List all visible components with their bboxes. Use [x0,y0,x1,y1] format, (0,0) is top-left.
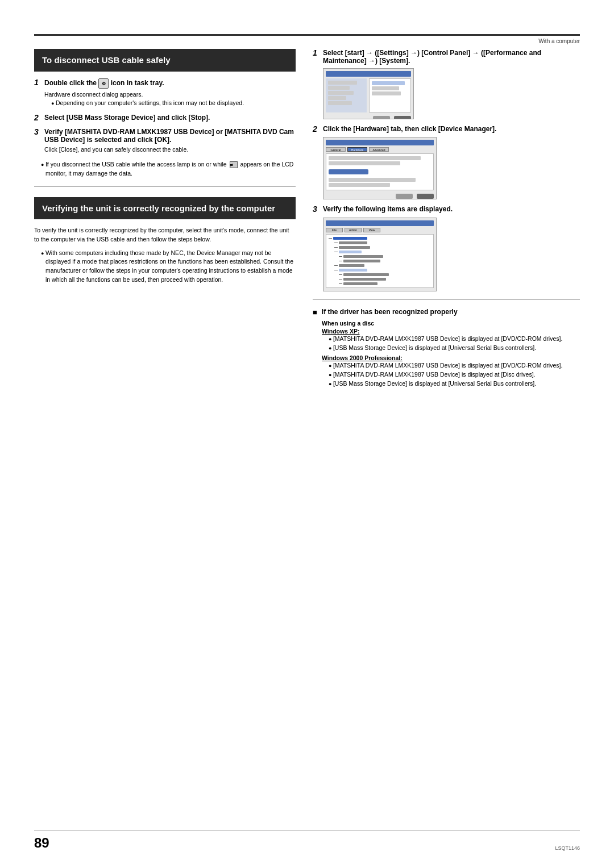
left-step-2: 2 Select [USB Mass Storage Device] and c… [34,114,296,122]
right-divider [313,299,580,300]
right-step-1: 1 Select [start] → ([Settings] →) [Contr… [313,49,580,119]
verify-intro-text: To verify the unit is correctly recogniz… [34,226,296,244]
left-step-1-body: Hardware disconnect dialog appears. Depe… [44,90,296,108]
screenshot-device-manager-tab: General Hardware Advanced [323,137,437,199]
left-step-2-title: 2 Select [USB Mass Storage Device] and c… [34,114,296,122]
right-step-1-title: 1 Select [start] → ([Settings] →) [Contr… [313,49,580,65]
screenshot-device-tree: File Action View [323,218,437,291]
xp-bullet-2: [USB Mass Storage Device] is displayed a… [329,344,580,353]
page-footer: 89 LSQT1146 [34,835,580,851]
left-step-3: 3 Verify [MATSHITA DVD-RAM LMXK1987 USB … [34,128,296,155]
section-disconnect-title: To disconnect USB cable safely [34,49,296,72]
left-step-3-body: Click [Close], and you can safely discon… [44,145,296,155]
if-driver-title: ■ If the driver has been recognized prop… [313,308,580,316]
right-step-3: 3 Verify the following items are display… [313,205,580,291]
usb-icon: ⇌ [230,161,238,168]
xp-bullet-1: [MATSHITA DVD-RAM LMXK1987 USB Device] i… [329,335,580,344]
top-rule [34,34,580,36]
with-a-computer-label: With a computer [34,38,580,44]
w2k-bullet-2: [MATSHITA DVD-RAM LMXK1987 USB Device] i… [329,370,580,379]
right-step-2-title: 2 Click the [Hardware] tab, then click [… [313,125,580,133]
left-step-1-title: 1 Double click the ⚙ icon in task tray. [34,78,296,89]
page-number: 89 [34,835,49,851]
w2k-bullet-1: [MATSHITA DVD-RAM LMXK1987 USB Device] i… [329,361,580,370]
left-step-1: 1 Double click the ⚙ icon in task tray. … [34,78,296,108]
left-column: To disconnect USB cable safely 1 Double … [34,49,296,394]
page-code: LSQT1146 [555,845,580,851]
left-bullet-note-1: If you disconnect the USB cable while th… [41,160,296,178]
horizontal-divider [34,186,296,187]
section-verify-title: Verifying the unit is correctly recogniz… [34,197,296,220]
w2k-bullet-3: [USB Mass Storage Device] is displayed a… [329,379,580,389]
when-disc-label: When using a disc [322,320,580,327]
bottom-rule [34,830,580,831]
windows-xp-label: Windows XP: [322,328,580,335]
left-step-1-bullet-1: Depending on your computer's settings, t… [51,99,296,108]
verify-bullet-1: With some computers including those made… [41,249,296,285]
two-column-layout: To disconnect USB cable safely 1 Double … [34,49,580,394]
right-step-3-title: 3 Verify the following items are display… [313,205,580,214]
right-column: 1 Select [start] → ([Settings] →) [Contr… [313,49,580,394]
if-driver-section: ■ If the driver has been recognized prop… [313,308,580,389]
footer: 89 LSQT1146 [34,830,580,851]
right-step-2: 2 Click the [Hardware] tab, then click [… [313,125,580,199]
left-step-3-title: 3 Verify [MATSHITA DVD-RAM LMXK1987 USB … [34,128,296,144]
hardware-icon: ⚙ [98,78,109,89]
page: With a computer To disconnect USB cable … [0,0,614,868]
windows-2000-label: Windows 2000 Professional: [322,354,580,361]
if-driver-body: When using a disc Windows XP: [MATSHITA … [322,320,580,389]
screenshot-system-properties [323,68,414,119]
